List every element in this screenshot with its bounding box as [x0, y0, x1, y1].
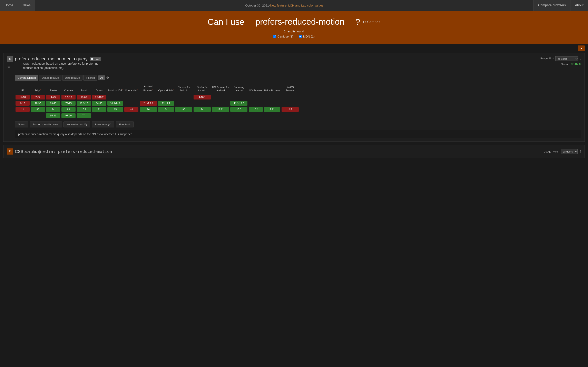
cell-r0-c14 [248, 94, 263, 100]
cell-r1-c9[interactable]: 12-12.1 [157, 100, 174, 106]
tab-notes[interactable]: Notes [15, 122, 28, 127]
compat-row-3: 95-9697-99TP [15, 113, 299, 119]
cell-r3-c3[interactable]: 97-99 [61, 113, 76, 119]
cell-r2-c4[interactable]: 15.1 [76, 106, 91, 113]
tab-usage-relative[interactable]: Usage relative [39, 75, 61, 81]
cell-r1-c10 [174, 100, 193, 106]
cell-r1-c0[interactable]: 6-10 [15, 100, 30, 106]
cell-r1-c4[interactable]: 10.1-15 [76, 100, 91, 106]
browser-header-opera: Opera [91, 83, 107, 94]
cell-r0-c2[interactable]: 4-73 [45, 94, 61, 100]
cell-r1-c7 [124, 100, 139, 106]
filter-icon[interactable]: ▼ [578, 45, 585, 51]
cell-r3-c1 [30, 113, 45, 119]
second-usage-help[interactable]: ? [580, 150, 581, 153]
tab-known-issues[interactable]: Known issues (0) [63, 122, 90, 127]
cell-r2-c15[interactable]: 7.12 [263, 106, 281, 113]
tab-resources[interactable]: Resources (4) [92, 122, 114, 127]
second-hash-icon[interactable]: # [7, 149, 13, 155]
cell-r1-c2[interactable]: 63-93 [45, 100, 61, 106]
cell-r1-c12 [211, 100, 230, 106]
cell-r2-c3[interactable]: 96 [61, 106, 76, 113]
compat-row-0: 12-182-624-733.1-1010-633.2-10.24-10.1 [15, 94, 299, 100]
cell-r0-c12 [211, 94, 230, 100]
can-i-use-label: Can I use [208, 17, 244, 27]
feature-description: CSS media query based on a user preferen… [23, 62, 101, 70]
cell-r1-c13[interactable]: 11.1-14.0 [230, 100, 248, 106]
compat-row-2: 1196949615.18115all9664969412.1215.010.4… [15, 106, 299, 113]
browser-header-baidu-browser: Baidu Browser [263, 83, 281, 94]
cell-r2-c5[interactable]: 81 [91, 106, 107, 113]
cell-r2-c7[interactable]: all [124, 106, 139, 113]
cell-r0-c10 [174, 94, 193, 100]
mdn-checkbox[interactable] [299, 35, 302, 38]
settings-button[interactable]: ⚙ Settings [363, 20, 380, 24]
news-button[interactable]: News [18, 0, 35, 11]
tab-test-browser[interactable]: Test on a real browser [30, 122, 62, 127]
cell-r2-c9[interactable]: 64 [157, 106, 174, 113]
usage-select[interactable]: all users tracked users [555, 56, 579, 61]
cell-r2-c0[interactable]: 11 [15, 106, 30, 113]
mdn-filter[interactable]: MDN (1) [299, 35, 315, 38]
cell-r3-c4[interactable]: TP [76, 113, 91, 119]
hash-icon[interactable]: # [7, 56, 13, 62]
cell-r0-c9 [157, 94, 174, 100]
cell-r2-c16[interactable]: 2.5 [281, 106, 299, 113]
star-button[interactable]: ☆ [7, 64, 11, 69]
browser-header-kaios-browser: KaiOS Browser [281, 83, 299, 94]
second-usage-select[interactable]: all users [561, 149, 578, 154]
cell-r0-c0[interactable]: 12-18 [15, 94, 30, 100]
cell-r0-c3[interactable]: 3.1-10 [61, 94, 76, 100]
cell-r3-c5 [91, 113, 107, 119]
cell-r0-c5[interactable]: 3.2-10.2 [91, 94, 107, 100]
cell-r2-c1[interactable]: 96 [30, 106, 45, 113]
cell-r1-c1[interactable]: 79-95 [30, 100, 45, 106]
cell-r2-c11[interactable]: 94 [193, 106, 211, 113]
cell-r2-c13[interactable]: 15.0 [230, 106, 248, 113]
caniuse-filter[interactable]: Caniuse (1) [273, 35, 293, 38]
about-button[interactable]: About [570, 0, 588, 11]
tab-filtered[interactable]: Filtered [83, 75, 97, 81]
cell-r2-c10[interactable]: 96 [174, 106, 193, 113]
browser-header-edge: Edge* [30, 83, 45, 94]
cell-r1-c6[interactable]: 10.3-14.8 [107, 100, 124, 106]
cell-r0-c4[interactable]: 10-63 [76, 94, 91, 100]
tab-feedback[interactable]: Feedback [116, 122, 134, 127]
cell-r3-c8 [139, 113, 157, 119]
table-settings-icon[interactable]: ⚙ [106, 76, 109, 80]
cell-r0-c11[interactable]: 4-10.1 [193, 94, 211, 100]
cell-r3-c10 [174, 113, 193, 119]
cell-r3-c7 [124, 113, 139, 119]
cell-r0-c1[interactable]: 2-62 [30, 94, 45, 100]
cell-r3-c11 [193, 113, 211, 119]
browser-header-opera-mini: Opera Mini* [124, 83, 139, 94]
cell-r2-c6[interactable]: 15 [107, 106, 124, 113]
cell-r2-c2[interactable]: 94 [45, 106, 61, 113]
headline-text: New feature: LCH and Lab color values [270, 4, 323, 7]
tab-all[interactable]: All [98, 75, 105, 80]
cell-r3-c2[interactable]: 95-96 [45, 113, 61, 119]
cell-r1-c5[interactable]: 64-80 [91, 100, 107, 106]
news-headline: October 30, 2021 - New feature: LCH and … [35, 0, 534, 11]
tab-date-relative[interactable]: Date relative [62, 75, 82, 81]
cell-r3-c14 [248, 113, 263, 119]
usage-label: Usage [540, 57, 548, 60]
doc-icon: 📄 [91, 58, 94, 60]
home-button[interactable]: Home [0, 0, 18, 11]
browser-header-chrome: Chrome [61, 83, 76, 94]
compare-browsers-button[interactable]: Compare browsers [534, 0, 570, 11]
cell-r2-c14[interactable]: 10.4 [248, 106, 263, 113]
usage-help-icon[interactable]: ? [580, 57, 581, 60]
notes-text: prefers-reduced-motion media query also … [18, 133, 133, 136]
second-feature-title: CSS at-rule: @media: prefers-reduced-mot… [15, 149, 112, 154]
cell-r1-c3[interactable]: 74-95 [61, 100, 76, 106]
cell-r3-c6 [107, 113, 124, 119]
tab-current-aligned[interactable]: Current aligned [15, 75, 38, 81]
caniuse-checkbox[interactable] [273, 35, 276, 38]
cell-r1-c8[interactable]: 2.1-4.4.4 [139, 100, 157, 106]
cell-r3-c16 [281, 113, 299, 119]
browser-header-android-browser: Android Browser* [139, 83, 157, 94]
cell-r2-c12[interactable]: 12.12 [211, 106, 230, 113]
cell-r2-c8[interactable]: 96 [139, 106, 157, 113]
search-input[interactable] [247, 17, 353, 27]
